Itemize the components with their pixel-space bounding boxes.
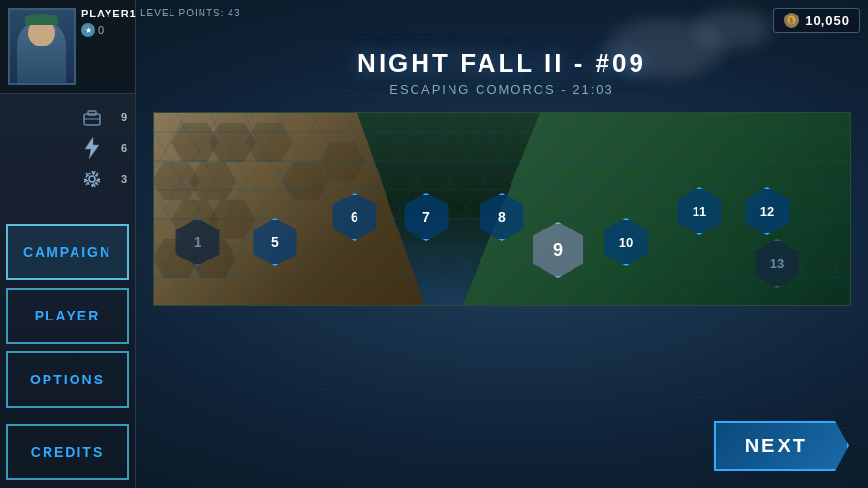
next-button[interactable]: NEXT [714, 421, 849, 471]
svg-point-6 [89, 176, 95, 182]
player-info: PLAYER1 ★ 0 [81, 8, 137, 37]
campaign-label: CAMPAIGN [23, 244, 111, 259]
currency-display: $ 10,050 [773, 8, 860, 33]
briefcase-icon [80, 106, 104, 129]
next-label: NEXT [745, 435, 808, 456]
svg-marker-10 [245, 123, 293, 162]
stat-row-gear: 3 [0, 164, 135, 195]
map-node-10[interactable]: 10 [602, 218, 650, 266]
options-button[interactable]: OPTIONS [6, 351, 129, 408]
main-content: NIGHT FALL II - #09 ESCAPING COMOROS - 2… [136, 0, 868, 488]
player-stars: ★ 0 [81, 23, 137, 37]
sidebar-stats: 9 6 3 [0, 94, 135, 220]
mission-title: NIGHT FALL II - #09 [357, 48, 646, 78]
beret [25, 14, 58, 25]
credits-button[interactable]: CREDITS [6, 424, 129, 480]
map-node-6[interactable]: 6 [330, 193, 379, 241]
sidebar: PLAYER1 ★ 0 9 6 [0, 0, 136, 488]
stat-value-lightning: 6 [108, 142, 127, 154]
options-label: OPTIONS [30, 372, 105, 387]
player-area: PLAYER1 ★ 0 [0, 0, 135, 94]
lightning-icon [80, 137, 104, 160]
level-points: LEVEL POINTS: 43 [140, 8, 240, 18]
map-node-7[interactable]: 7 [402, 193, 450, 241]
player-label: PLAYER [35, 308, 101, 323]
star-count: 0 [98, 24, 104, 36]
map-node-9[interactable]: 9 [530, 222, 586, 278]
stat-row-briefcase: 9 [0, 102, 135, 133]
player-button[interactable]: PLAYER [6, 288, 129, 344]
credits-label: CREDITS [31, 444, 104, 460]
map-node-5[interactable]: 5 [251, 218, 299, 266]
stat-row-lightning: 6 [0, 133, 135, 164]
svg-text:$: $ [790, 17, 793, 25]
currency-value: 10,050 [805, 14, 850, 28]
coin-icon: $ [784, 13, 799, 28]
map-container: 1 5 6 7 8 9 10 11 12 [153, 112, 851, 306]
map-node-13[interactable]: 13 [753, 239, 801, 288]
avatar [8, 8, 76, 85]
stat-value-briefcase: 9 [108, 111, 127, 123]
map-node-12[interactable]: 12 [743, 187, 791, 235]
svg-rect-3 [88, 111, 96, 115]
gear-icon [80, 168, 104, 191]
map-node-8[interactable]: 8 [478, 193, 526, 241]
star-icon: ★ [81, 23, 95, 37]
player-name: PLAYER1 [81, 8, 137, 19]
mission-subtitle: ESCAPING COMOROS - 21:03 [389, 82, 614, 97]
map-node-11[interactable]: 11 [675, 187, 724, 235]
campaign-button[interactable]: CAMPAIGN [6, 224, 129, 280]
svg-marker-5 [85, 137, 99, 159]
next-button-inner: NEXT [714, 421, 849, 471]
stat-value-gear: 3 [108, 173, 127, 185]
svg-marker-12 [189, 162, 236, 200]
map-node-1[interactable]: 1 [173, 218, 222, 266]
